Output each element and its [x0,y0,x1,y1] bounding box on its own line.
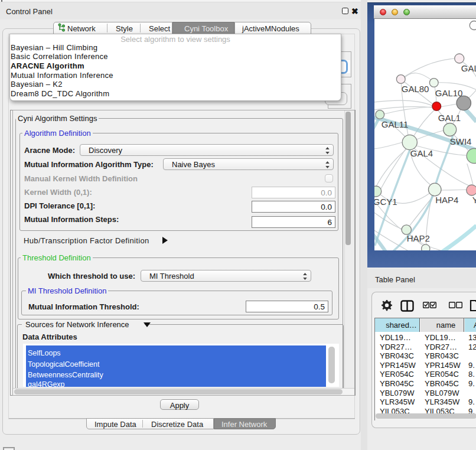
svg-text:GAL1: GAL1 [438,113,460,123]
svg-text:GAL10: GAL10 [435,88,462,98]
svg-text:SWI4: SWI4 [449,136,471,146]
svg-text:Y: Y [472,195,476,205]
svg-text:HAP4: HAP4 [435,195,458,205]
svg-text:GAL4: GAL4 [410,148,432,158]
svg-text:GAL: GAL [461,63,476,73]
svg-text:GAL80: GAL80 [401,84,429,94]
svg-text:GCY1: GCY1 [374,197,397,207]
svg-text:HAP2: HAP2 [406,233,429,243]
svg-text:GAL11: GAL11 [381,119,408,129]
